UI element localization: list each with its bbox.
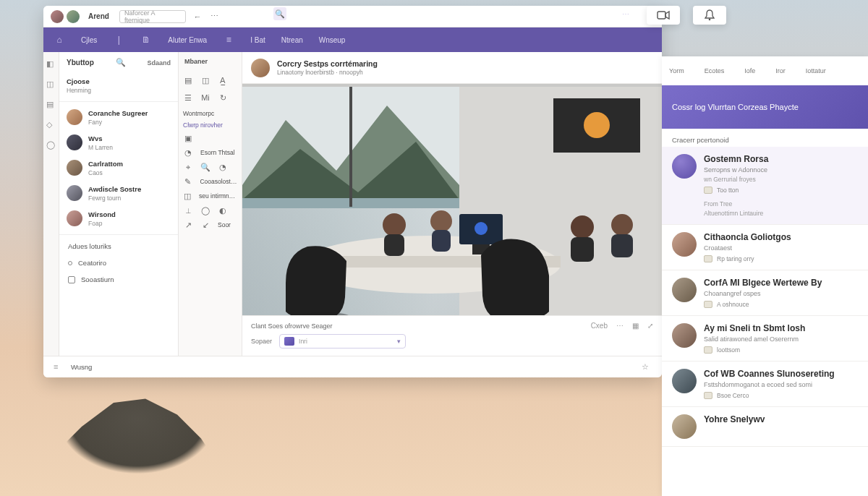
- clock-icon[interactable]: ◔: [183, 147, 193, 158]
- chatlist-filter[interactable]: Sdaand: [147, 59, 171, 67]
- tool-label[interactable]: Wontmorpc: [183, 110, 237, 117]
- tab[interactable]: Iror: [775, 67, 786, 74]
- nav-item[interactable]: Cjles: [81, 36, 97, 44]
- tab[interactable]: Iofe: [744, 67, 755, 74]
- grid-icon[interactable]: ▤: [183, 75, 193, 85]
- mi-icon[interactable]: Mi: [200, 93, 210, 103]
- doc-icon[interactable]: 🗎: [140, 34, 152, 46]
- rail-icon[interactable]: ◫: [46, 80, 56, 90]
- contact-card[interactable]: Cof WB Coannes Slunosereting Fsttshdommo…: [662, 362, 868, 407]
- chat-link[interactable]: Sooastiurn: [59, 271, 178, 288]
- search-icon[interactable]: 🔍: [200, 162, 210, 172]
- chat-item[interactable]: CarlrattomCaos: [59, 155, 178, 181]
- avatar[interactable]: [251, 59, 270, 77]
- chat-item[interactable]: WirsondFoap: [59, 206, 178, 231]
- arrow-sw-icon[interactable]: ↙: [200, 220, 210, 230]
- tab[interactable]: Iottatur: [806, 67, 826, 74]
- arrow-ne-icon[interactable]: ↗: [183, 220, 193, 230]
- chip-icon: [704, 187, 712, 194]
- rail-icon[interactable]: ◧: [46, 59, 56, 69]
- chat-item[interactable]: Awdiscle SostreFewrg tourn: [59, 181, 178, 206]
- compose-input[interactable]: Inri ▾: [279, 334, 406, 349]
- list-icon[interactable]: ☰: [183, 93, 193, 103]
- tab[interactable]: Ecotes: [705, 67, 725, 74]
- avatar: [67, 160, 82, 176]
- svg-point-20: [571, 215, 594, 239]
- text-icon[interactable]: A̲: [218, 75, 228, 85]
- panel-icon[interactable]: ◫: [183, 191, 192, 201]
- chat-item[interactable]: Coranche SugreerFany: [59, 105, 178, 130]
- search-icon[interactable]: 🔍: [116, 58, 126, 67]
- half-icon[interactable]: ◐: [218, 205, 228, 215]
- avatar: [672, 414, 697, 439]
- titlebar-search[interactable]: Naforcer A fternique: [119, 10, 186, 23]
- footer-action[interactable]: Cxeb: [591, 322, 608, 330]
- svg-rect-19: [432, 230, 451, 252]
- expand-icon[interactable]: ⤢: [647, 322, 653, 330]
- grid-icon[interactable]: ▦: [632, 322, 639, 330]
- nav-item[interactable]: Aluter Enwa: [168, 36, 207, 44]
- more-icon[interactable]: ⋯: [209, 11, 221, 22]
- search-icon[interactable]: 🔍: [273, 7, 286, 20]
- svg-point-7: [584, 112, 610, 138]
- chat-item[interactable]: WvsM Larren: [59, 130, 178, 155]
- conversation-header: Corcry Sestps corrtémaring Linaotony lno…: [242, 52, 662, 84]
- rail-icon[interactable]: ◇: [46, 120, 56, 130]
- avatar: [672, 232, 697, 257]
- refresh-icon[interactable]: ↻: [218, 93, 228, 103]
- more-icon[interactable]: ⋯: [622, 10, 629, 18]
- contact-card[interactable]: Ay mi Sneli tn Sbmt losh Salid atirawone…: [662, 316, 868, 362]
- more-icon[interactable]: ⋯: [616, 322, 624, 330]
- svg-rect-21: [571, 237, 594, 262]
- bars-icon[interactable]: ≡: [223, 34, 234, 46]
- camera-button[interactable]: [647, 6, 680, 25]
- svg-rect-24: [658, 12, 665, 19]
- nav-item[interactable]: Wnseup: [319, 36, 346, 44]
- tool-label[interactable]: Clwrp nirovher: [183, 121, 237, 129]
- rail-icon[interactable]: ◯: [46, 140, 56, 150]
- svg-point-25: [709, 19, 711, 21]
- rail-icon[interactable]: ▤: [46, 100, 56, 110]
- conversation-subtitle: Linaotony lnoerbirstb · nnoopyh: [277, 69, 378, 76]
- nav-item[interactable]: I Bat: [250, 36, 265, 44]
- right-section-title: Cracerr pcertonoid: [662, 129, 868, 147]
- chip-icon: [704, 301, 712, 308]
- pin-icon[interactable]: ☆: [642, 362, 652, 372]
- avatar: [672, 323, 697, 348]
- target-icon[interactable]: ⌖: [183, 162, 193, 172]
- menu-icon[interactable]: ≡: [54, 362, 64, 372]
- chat-item[interactable]: CjooseHenming: [59, 73, 178, 98]
- chat-link[interactable]: Ceatoriro: [59, 255, 178, 271]
- avatar[interactable]: [51, 10, 64, 23]
- contact-card[interactable]: Yohre Snelywv: [662, 407, 868, 447]
- right-hero-title: Cossr log Vlurrtan Corzeas Phaycte: [672, 103, 799, 111]
- home-icon[interactable]: ⌂: [54, 34, 65, 46]
- nav-item[interactable]: Ntrean: [281, 36, 303, 44]
- circle-icon[interactable]: ◯: [200, 205, 210, 215]
- avatar: [672, 369, 697, 393]
- notifications-button[interactable]: [693, 6, 726, 25]
- right-tabs: Yorm Ecotes Iofe Iror Iottatur: [662, 56, 868, 85]
- contact-card[interactable]: Gostemn Rorsa Serropns w Adonnoce wn Ger…: [662, 147, 868, 225]
- right-hero: Cossr log Vlurrtan Corzeas Phaycte: [662, 85, 868, 129]
- tool-column: Mbaner ▤◫A̲ ☰Mi↻ Wontmorpc Clwrp nirovhe…: [179, 52, 242, 356]
- svg-point-13: [475, 222, 488, 235]
- edit-icon[interactable]: ✎: [183, 176, 192, 187]
- avatar[interactable]: [67, 10, 80, 23]
- chevron-down-icon[interactable]: ▾: [397, 338, 401, 345]
- chat-link[interactable]: Adues loturiks: [59, 238, 178, 255]
- chip-icon: [704, 346, 712, 354]
- divider-icon: |: [113, 34, 124, 46]
- clock-icon[interactable]: ◔: [218, 162, 228, 172]
- panel-icon[interactable]: ◫: [200, 75, 210, 85]
- contact-card[interactable]: CorfA MI Blgece Wertewe By Choanangref o…: [662, 270, 868, 316]
- perp-icon[interactable]: ⟂: [183, 205, 193, 215]
- contact-card[interactable]: Cithaoncla Goliotgos Croataest Rp taring…: [662, 225, 868, 270]
- attachment-icon[interactable]: [284, 337, 294, 346]
- avatar: [67, 210, 82, 226]
- back-icon[interactable]: ←: [192, 11, 203, 22]
- bottom-bar: ≡ Wusng ☆: [43, 356, 662, 377]
- tab[interactable]: Yorm: [669, 67, 684, 74]
- chip-icon: [704, 392, 712, 399]
- block-icon[interactable]: ▣: [183, 133, 193, 143]
